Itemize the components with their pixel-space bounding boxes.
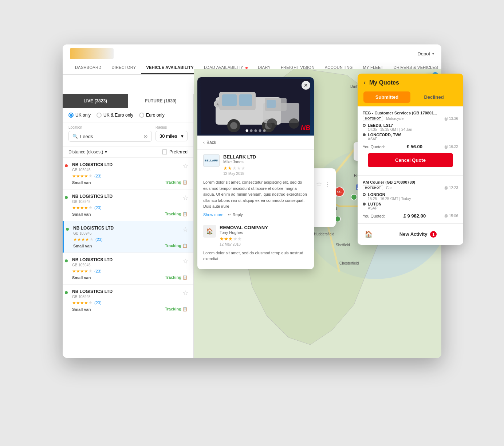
- sort-arrow-icon: ▾: [105, 149, 107, 154]
- removal-review-stars: ★★★★★: [220, 236, 308, 242]
- quoted-label-0: You Quoted:: [363, 145, 385, 149]
- img-dot-1[interactable]: [250, 129, 253, 132]
- cancel-quote-button[interactable]: Cancel Quote: [368, 153, 453, 167]
- carrier-name-3: NB LOGISTICS LTD: [72, 257, 188, 262]
- depot-selector[interactable]: Depot ▾: [417, 51, 434, 56]
- radius-label: Radius: [155, 125, 188, 129]
- img-dot-4[interactable]: [263, 129, 266, 132]
- close-vehicle-panel-button[interactable]: ✕: [302, 81, 310, 90]
- img-dot-3[interactable]: [259, 129, 261, 132]
- declined-tab[interactable]: Declined: [410, 91, 457, 103]
- uk-only-option[interactable]: UK only: [68, 113, 91, 118]
- location-input[interactable]: [80, 134, 141, 139]
- to-dot-1: [363, 203, 366, 206]
- quote-time-0: @ 13:36: [444, 117, 458, 121]
- uk-only-radio[interactable]: [68, 113, 74, 118]
- load-more-icon[interactable]: ⋮: [325, 181, 331, 188]
- quote-item-0[interactable]: TEG - Customer Services (GB 170801... HO…: [358, 106, 463, 176]
- quoted-time-1: @ 15:06: [444, 214, 458, 218]
- carrier-name-1: NB LOGISTICS LTD: [72, 194, 188, 199]
- radius-select[interactable]: 30 miles ▾: [155, 131, 188, 141]
- carrier-stars-1: ★★★★★ (23): [72, 205, 188, 210]
- carrier-tracking-0: Tracking 📋: [165, 180, 188, 185]
- new-activity-button[interactable]: New Activity 1: [378, 227, 458, 241]
- to-location-1: LUTON ASAP: [363, 202, 458, 210]
- carrier-id-4: GB 105945: [72, 295, 188, 299]
- van-svg: ★: [201, 79, 310, 134]
- hotshot-badge-0: HOTSHOT: [363, 116, 383, 121]
- uk-euro-option[interactable]: UK & Euro only: [97, 113, 133, 118]
- carrier-dot-3: [65, 259, 68, 262]
- quote-time-1: @ 12:23: [444, 186, 458, 190]
- svg-text:Chesterfield: Chesterfield: [339, 261, 359, 265]
- carrier-fav-0[interactable]: ☆: [182, 162, 188, 170]
- carrier-tracking-1: Tracking 📋: [165, 212, 188, 216]
- quote-item-1[interactable]: AM Courier (GB 170800780) HOTSHOT Car @ …: [358, 176, 463, 223]
- from-dot-0: [363, 124, 366, 127]
- carrier-item-1[interactable]: NB LOGISTICS LTD GB 105945 ★★★★★ (23) Sm…: [63, 189, 193, 221]
- vehicle-panel: ★ ✕ NB ‹ Back BELLARK BELLARK LTD Mike J…: [197, 77, 314, 269]
- logo: [70, 48, 114, 59]
- home-button[interactable]: 🏠: [363, 228, 374, 240]
- radius-value: 30 miles: [160, 133, 177, 139]
- show-more-button[interactable]: Show more: [203, 212, 224, 217]
- preferred-checkbox[interactable]: [162, 149, 167, 154]
- preferred-filter[interactable]: Preferred: [162, 149, 188, 154]
- euro-only-radio[interactable]: [139, 113, 144, 118]
- removal-company-icon: 🏠: [203, 225, 216, 238]
- carrier-dot-1: [65, 196, 68, 199]
- review-actions: Show more ↩ Reply: [203, 212, 308, 217]
- company-logo: BELLARK: [203, 154, 220, 167]
- carrier-fav-1[interactable]: ☆: [182, 194, 188, 202]
- uk-euro-radio[interactable]: [97, 113, 102, 118]
- carrier-stars-0: ★★★★★ (23): [72, 173, 188, 179]
- company-info: BELLARK LTD Mike Jones ★★★★★ 12 May 2018: [223, 154, 308, 176]
- to-location-0: LONGFORD, TW6 ASAP: [363, 133, 458, 141]
- brand-logo: NB: [301, 124, 310, 132]
- carrier-fav-2[interactable]: ☆: [182, 226, 188, 234]
- carrier-tracking-4: Tracking 📋: [165, 307, 188, 312]
- sort-button[interactable]: Distance (closest) ▾: [68, 149, 107, 154]
- carrier-list: NB LOGISTICS LTD GB 105945 ★★★★★ (23) Sm…: [63, 158, 193, 358]
- from-sub-0: 14:35 - 15:35 GMT | 24 Jan: [368, 128, 458, 132]
- carrier-review-count-2: (23): [95, 237, 103, 242]
- quote-price-row-1: You Quoted: £ 9 982.00 @ 15:06: [363, 213, 458, 219]
- from-main-1: LONDON: [368, 192, 458, 197]
- euro-only-option[interactable]: Euro only: [139, 113, 165, 118]
- carrier-item-4[interactable]: NB LOGISTICS LTD GB 105945 ★★★★★ (23) Sm…: [63, 285, 193, 316]
- from-location-0: LEEDS, LS17 14:35 - 15:35 GMT | 24 Jan: [363, 123, 458, 132]
- to-info-1: LUTON ASAP: [368, 202, 458, 210]
- back-icon: ‹: [203, 140, 205, 145]
- review-divider: [203, 221, 308, 221]
- quoted-price-0: £ 56.00: [407, 144, 422, 149]
- clear-location-icon[interactable]: ⊗: [143, 133, 148, 139]
- carrier-id-1: GB 105945: [72, 200, 188, 204]
- carrier-item-3[interactable]: NB LOGISTICS LTD GB 105945 ★★★★★ (23) Sm…: [63, 253, 193, 285]
- img-dot-0[interactable]: [246, 129, 248, 132]
- company-name: BELLARK LTD: [223, 154, 308, 160]
- carrier-review-count-0: (23): [94, 174, 102, 178]
- carrier-item-0[interactable]: NB LOGISTICS LTD GB 105945 ★★★★★ (23) Sm…: [63, 158, 193, 189]
- quotes-back-button[interactable]: ‹: [363, 79, 366, 86]
- carrier-fav-3[interactable]: ☆: [182, 257, 188, 265]
- quote-company-1: AM Courier (GB 170800780): [363, 180, 458, 184]
- radius-field: Radius 30 miles ▾: [155, 125, 188, 142]
- to-main-1: LUTON: [368, 202, 458, 206]
- carrier-item-2[interactable]: NB LOGISTICS LTD GB 105945 ★★★★★ (23) Sm…: [63, 221, 193, 253]
- live-tab[interactable]: LIVE (3823): [63, 94, 128, 108]
- back-label: Back: [206, 140, 216, 145]
- carrier-bottom-1: Small van Tracking 📋: [72, 212, 188, 216]
- future-tab[interactable]: FUTURE (1839): [128, 94, 194, 108]
- back-button[interactable]: ‹ Back: [197, 136, 314, 150]
- depot-label: Depot: [417, 51, 430, 56]
- removal-company-header: 🏠 REMOVAL COMPANY Tony Hughes ★★★★★ 12 M…: [203, 225, 308, 246]
- img-dot-2[interactable]: [255, 129, 257, 132]
- reply-button[interactable]: ↩ Reply: [228, 212, 243, 217]
- to-dot-0: [363, 133, 366, 136]
- load-fav-icon[interactable]: ☆: [316, 180, 322, 188]
- from-sub-1: 15:25 - 16:25 GMT | Today: [368, 197, 458, 201]
- submitted-tab[interactable]: Submitted: [363, 91, 410, 103]
- image-dots: [246, 129, 266, 132]
- search-row: Location 🔍 ⊗ Radius 30 miles ▾: [63, 122, 193, 146]
- carrier-fav-4[interactable]: ☆: [182, 289, 188, 297]
